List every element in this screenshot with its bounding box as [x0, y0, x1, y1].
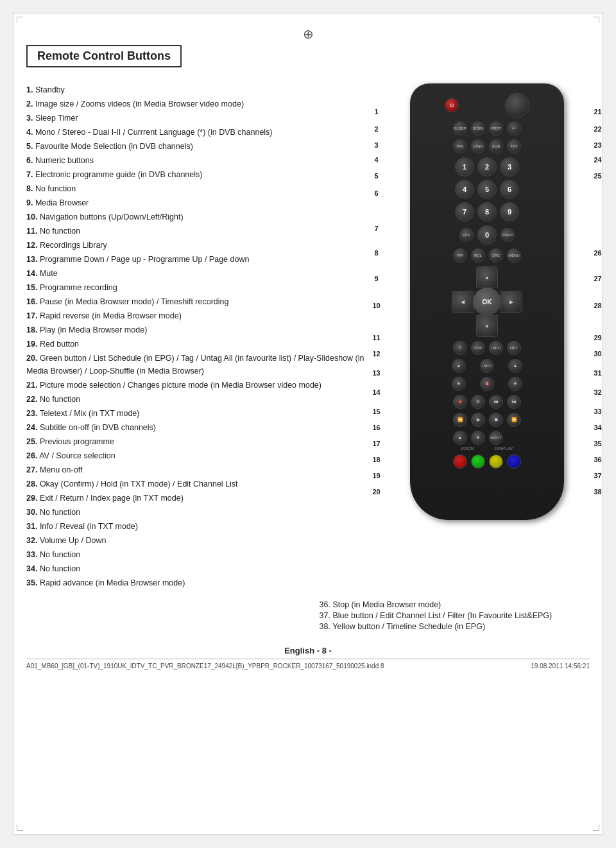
mute-button[interactable]: 🔇 — [480, 377, 494, 391]
right-side-label: 23 — [590, 141, 606, 149]
right-side-label: 37 — [590, 472, 606, 480]
disp-button[interactable]: DISP — [471, 341, 485, 355]
info-button[interactable]: INFO — [489, 341, 503, 355]
num-0-button[interactable]: 0 — [477, 225, 497, 245]
source-button[interactable]: SRC — [489, 248, 503, 263]
remote-control: ⏻ SLEEP SCRN PRST ↩ FAV LANG — [410, 83, 564, 520]
c-button[interactable]: C — [453, 341, 467, 355]
list-item: 36. Stop (in Media Browser mode) — [320, 600, 590, 609]
sleep-button[interactable]: SLEEP — [453, 121, 467, 135]
power-button[interactable]: ⏻ — [445, 98, 459, 112]
play-button[interactable]: ▶ — [471, 413, 485, 427]
vol-down-button[interactable]: ▼ — [508, 377, 522, 391]
record-button[interactable]: ⏺ — [453, 395, 467, 409]
ok-button[interactable]: OK — [473, 288, 501, 316]
up2-button[interactable]: ▲ — [453, 431, 467, 445]
left-side-label: 20 — [368, 488, 384, 496]
info2-button[interactable]: INFO — [480, 359, 494, 373]
back-button[interactable]: ↩ — [507, 121, 521, 135]
item-text: No function — [40, 550, 80, 559]
root-button[interactable]: ROOT — [489, 431, 503, 445]
item-num: 1. — [26, 85, 33, 94]
num-1-button[interactable]: 1 — [455, 157, 474, 177]
item-text: Yellow button / Timeline Schedule (in EP… — [332, 622, 485, 631]
num-9-button[interactable]: 9 — [500, 202, 519, 221]
prev-button[interactable]: ⏪ — [453, 413, 467, 427]
rwd-button[interactable]: ⏮ — [489, 395, 503, 409]
left-side-label: 2 — [368, 125, 384, 133]
item-text: Programme Down / Page up - Programme Up … — [40, 255, 250, 264]
preset-button[interactable]: PRST — [489, 121, 503, 135]
left-side-label: 5 — [368, 172, 384, 180]
green-button[interactable] — [471, 454, 485, 469]
left-side-label: 15 — [368, 408, 384, 415]
left-side-label: 7 — [368, 225, 384, 232]
dpad-right-button[interactable]: ▶ — [501, 291, 522, 313]
item-num: 22. — [26, 395, 37, 404]
item-text: No function — [40, 227, 80, 236]
pip-button[interactable]: PIP — [453, 248, 467, 263]
dpad-down-button[interactable]: ▼ — [476, 315, 498, 337]
list-item: 19. Red button — [26, 338, 378, 350]
num-6-button[interactable]: 6 — [500, 180, 519, 199]
recall-button[interactable]: RCL — [471, 248, 485, 263]
txt-button[interactable]: TXT — [507, 139, 521, 153]
bottom-section: 36. Stop (in Media Browser mode)37. Blue… — [26, 600, 590, 633]
swap-button[interactable]: SWAP — [501, 228, 515, 242]
ch-down-button[interactable]: ▼ — [452, 377, 466, 391]
num-4-button[interactable]: 4 — [455, 180, 474, 199]
right-side-label: 33 — [590, 408, 606, 415]
red-button[interactable] — [453, 454, 467, 469]
screen-button[interactable]: SCRN — [471, 121, 485, 135]
left-side-label: 8 — [368, 249, 384, 257]
num-2-button[interactable]: 2 — [477, 157, 497, 177]
ch-up-button[interactable]: ▲ — [452, 359, 466, 373]
left-column: 1. Standby2. Image size / Zooms videos (… — [26, 83, 378, 591]
ffd-button[interactable]: ⏭ — [507, 395, 521, 409]
pause-button[interactable]: ⏸ — [471, 395, 485, 409]
remote-row-transport1: ⏺ ⏸ ⏮ ⏭ — [416, 395, 558, 409]
menu-button[interactable]: MENU — [507, 248, 521, 263]
num-7-button[interactable]: 7 — [455, 202, 474, 221]
list-item: 26. AV / Source selection — [26, 449, 378, 462]
num-5-button[interactable]: 5 — [477, 180, 497, 199]
dpad-up-button[interactable]: ▲ — [476, 266, 498, 288]
lang-button[interactable]: LANG — [471, 139, 485, 153]
left-side-label: 17 — [368, 440, 384, 447]
list-item: 25. Previous programme — [26, 435, 378, 448]
stop-button[interactable]: ⏹ — [489, 413, 503, 427]
item-text: Teletext / Mix (in TXT mode) — [40, 409, 140, 418]
footer-bar: A01_MB60_[GB]_(01-TV)_1910UK_IDTV_TC_PVR… — [26, 659, 590, 670]
list-item: 22. No function — [26, 393, 378, 406]
blue-button[interactable] — [507, 454, 521, 469]
dpad-left-button[interactable]: ◀ — [452, 291, 474, 313]
return-button[interactable]: RET — [507, 341, 521, 355]
page-title: Remote Control Buttons — [37, 49, 171, 63]
right-side-label: 26 — [590, 249, 606, 257]
fav-button[interactable]: FAV — [453, 139, 467, 153]
picture-mode-button[interactable] — [505, 93, 529, 117]
list-item: 35. Rapid advance (in Media Browser mode… — [26, 576, 378, 589]
epg-button[interactable]: EPG — [459, 228, 474, 242]
item-num: 4. — [26, 128, 33, 137]
remote-row-ch2: ▼ 🔇 ▼ — [416, 377, 558, 391]
down2-button[interactable]: ▼ — [471, 431, 485, 445]
item-text: No function — [40, 395, 80, 404]
left-side-label: 11 — [368, 334, 384, 342]
subtitle-button[interactable]: SUB — [489, 139, 503, 153]
yellow-button[interactable] — [489, 454, 503, 469]
list-item: 30. No function — [26, 506, 378, 519]
num-3-button[interactable]: 3 — [500, 157, 519, 177]
item-text: Navigation buttons (Up/Down/Left/Right) — [40, 212, 184, 221]
item-text: No function — [40, 508, 80, 517]
item-text: Menu on-off — [40, 465, 82, 474]
item-num: 12. — [26, 241, 37, 250]
item-num: 3. — [26, 114, 33, 123]
next-button[interactable]: ⏩ — [507, 413, 521, 427]
right-side-label: 34 — [590, 424, 606, 431]
vol-up-button[interactable]: ▲ — [508, 359, 522, 373]
num-8-button[interactable]: 8 — [477, 202, 497, 221]
list-item: 6. Numeric buttons — [26, 154, 378, 167]
item-num: 23. — [26, 409, 37, 418]
remote-row-transport2: ⏪ ▶ ⏹ ⏩ — [416, 413, 558, 427]
